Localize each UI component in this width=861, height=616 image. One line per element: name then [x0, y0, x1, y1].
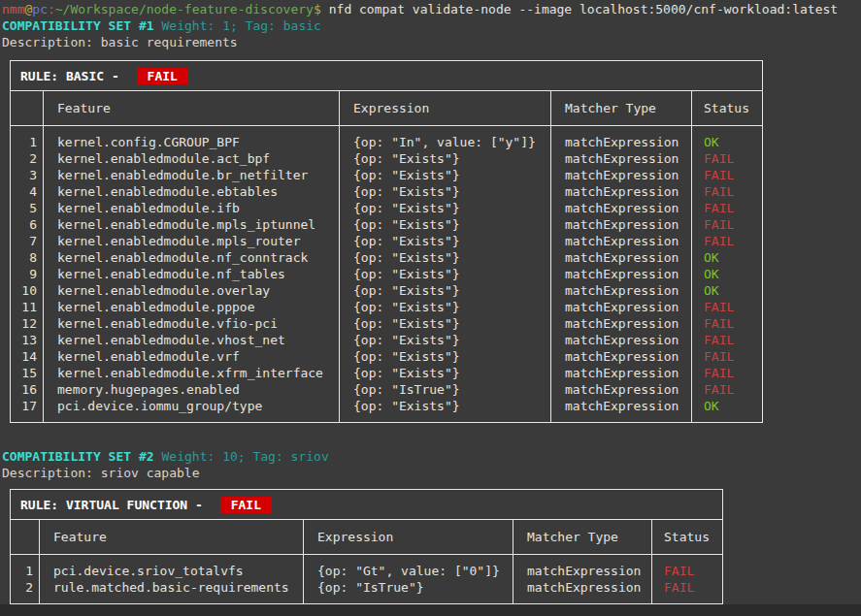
status-cell: OK: [692, 249, 763, 266]
status-cell: FAIL: [692, 365, 763, 381]
window-bottom-edge: [0, 604, 861, 616]
prompt-username: nmm: [2, 2, 24, 16]
table-row: 6kernel.enabledmodule.mpls_iptunnel{op: …: [11, 216, 763, 233]
feature-cell: kernel.enabledmodule.ebtables: [44, 183, 340, 200]
table-row: 2kernel.enabledmodule.act_bpf{op: "Exist…: [11, 150, 763, 167]
compat-set-1-title: COMPATIBILITY SET #1: [2, 18, 154, 33]
feature-cell: kernel.enabledmodule.nf_tables: [44, 266, 340, 282]
matcher-type-cell: matchExpression: [551, 167, 692, 183]
matcher-type-cell: matchExpression: [551, 398, 692, 423]
terminal-window[interactable]: nmm@pc:~/Workspace/node-feature-discover…: [0, 0, 861, 616]
table-row: 9kernel.enabledmodule.nf_tables{op: "Exi…: [11, 266, 763, 282]
row-number: 12: [11, 315, 44, 332]
status-cell: OK: [692, 398, 763, 423]
status-cell: FAIL: [692, 167, 763, 183]
col-header-expression: Expression: [340, 91, 551, 126]
expression-cell: {op: "IsTrue"}: [340, 381, 551, 398]
command-text: nfd compat validate-node --image localho…: [329, 2, 838, 16]
matcher-type-cell: matchExpression: [551, 216, 692, 233]
feature-cell: pci.device.iommu_group/type: [44, 398, 340, 423]
col-header-feature: Feature: [44, 91, 340, 126]
row-number: 11: [11, 299, 44, 315]
status-cell: FAIL: [692, 332, 763, 348]
expression-cell: {op: "IsTrue"}: [304, 579, 513, 604]
expression-cell: {op: "Exists"}: [340, 167, 551, 183]
row-number: 9: [11, 266, 44, 282]
table-row: 10kernel.enabledmodule.overlay{op: "Exis…: [11, 282, 763, 299]
matcher-type-cell: matchExpression: [551, 299, 692, 315]
row-number: 8: [11, 249, 44, 266]
matcher-type-cell: matchExpression: [551, 183, 692, 200]
rule-label: RULE: BASIC -: [20, 69, 127, 83]
expression-cell: {op: "Exists"}: [340, 299, 551, 315]
feature-cell: kernel.enabledmodule.overlay: [44, 282, 340, 299]
rule-status-badge: FAIL: [220, 497, 272, 513]
status-cell: OK: [692, 266, 763, 282]
table-row: 17pci.device.iommu_group/type{op: "Exist…: [11, 398, 763, 423]
status-cell: FAIL: [652, 579, 723, 604]
row-number: 3: [11, 167, 44, 183]
feature-cell: kernel.enabledmodule.nf_conntrack: [44, 249, 340, 266]
status-cell: FAIL: [652, 555, 723, 580]
matcher-type-cell: matchExpression: [513, 555, 652, 580]
prompt-hostname: pc: [32, 2, 48, 16]
expression-cell: {op: "Gt", value: ["0"]}: [304, 555, 513, 580]
expression-cell: {op: "Exists"}: [340, 249, 551, 266]
status-cell: FAIL: [692, 299, 763, 315]
col-header-index: [11, 520, 40, 555]
status-cell: OK: [692, 282, 763, 299]
table-row: 12kernel.enabledmodule.vfio-pci{op: "Exi…: [11, 315, 763, 332]
status-cell: FAIL: [692, 233, 763, 249]
col-header-matcher-type: Matcher Type: [513, 520, 652, 555]
feature-cell: kernel.enabledmodule.xfrm_interface: [44, 365, 340, 381]
row-number: 1: [11, 126, 44, 151]
status-cell: FAIL: [692, 216, 763, 233]
row-number: 4: [11, 183, 44, 200]
expression-cell: {op: "Exists"}: [340, 348, 551, 365]
expression-cell: {op: "Exists"}: [340, 365, 551, 381]
compat-set-1-header: COMPATIBILITY SET #1Weight: 1; Tag: basi…: [2, 17, 861, 34]
matcher-type-cell: matchExpression: [551, 332, 692, 348]
row-number: 7: [11, 233, 44, 249]
matcher-type-cell: matchExpression: [551, 381, 692, 398]
table-row: 1pci.device.sriov_totalvfs{op: "Gt", val…: [11, 555, 723, 580]
table-row: 8kernel.enabledmodule.nf_conntrack{op: "…: [11, 249, 763, 266]
col-header-status: Status: [652, 520, 723, 555]
terminal-output: nmm@pc:~/Workspace/node-feature-discover…: [0, 0, 861, 604]
matcher-type-cell: matchExpression: [551, 150, 692, 167]
expression-cell: {op: "Exists"}: [340, 183, 551, 200]
compat-set-2-title: COMPATIBILITY SET #2: [2, 449, 154, 464]
row-number: 16: [11, 381, 44, 398]
rule-table-basic-body: 1kernel.config.CGROUP_BPF{op: "In", valu…: [11, 126, 763, 423]
expression-cell: {op: "Exists"}: [340, 282, 551, 299]
status-cell: FAIL: [692, 200, 763, 216]
matcher-type-cell: matchExpression: [551, 249, 692, 266]
feature-cell: kernel.enabledmodule.vrf: [44, 348, 340, 365]
table-row: 14kernel.enabledmodule.vrf{op: "Exists"}…: [11, 348, 763, 365]
status-cell: FAIL: [692, 381, 763, 398]
matcher-type-cell: matchExpression: [551, 266, 692, 282]
row-number: 17: [11, 398, 44, 423]
rule-table-virtual-function: RULE: VIRTUAL FUNCTION - FAIL Feature Ex…: [10, 489, 723, 604]
row-number: 14: [11, 348, 44, 365]
status-cell: FAIL: [692, 315, 763, 332]
feature-cell: memory.hugepages.enabled: [44, 381, 340, 398]
expression-cell: {op: "Exists"}: [340, 266, 551, 282]
feature-cell: kernel.enabledmodule.ifb: [44, 200, 340, 216]
expression-cell: {op: "Exists"}: [340, 216, 551, 233]
table-row: 5kernel.enabledmodule.ifb{op: "Exists"}m…: [11, 200, 763, 216]
status-cell: FAIL: [692, 150, 763, 167]
row-number: 2: [11, 579, 40, 604]
table-row: 11kernel.enabledmodule.pppoe{op: "Exists…: [11, 299, 763, 315]
compat-set-1-description: Description: basic requirements: [2, 34, 861, 50]
col-header-feature: Feature: [40, 520, 304, 555]
rule-header-row: RULE: BASIC - FAIL: [11, 61, 763, 91]
expression-cell: {op: "Exists"}: [340, 315, 551, 332]
table-row: 15kernel.enabledmodule.xfrm_interface{op…: [11, 365, 763, 381]
feature-cell: kernel.enabledmodule.br_netfilter: [44, 167, 340, 183]
feature-cell: kernel.config.CGROUP_BPF: [44, 126, 340, 151]
table-row: 7kernel.enabledmodule.mpls_router{op: "E…: [11, 233, 763, 249]
rule-header-row: RULE: VIRTUAL FUNCTION - FAIL: [11, 490, 723, 520]
expression-cell: {op: "Exists"}: [340, 200, 551, 216]
table-row: 1kernel.config.CGROUP_BPF{op: "In", valu…: [11, 126, 763, 151]
